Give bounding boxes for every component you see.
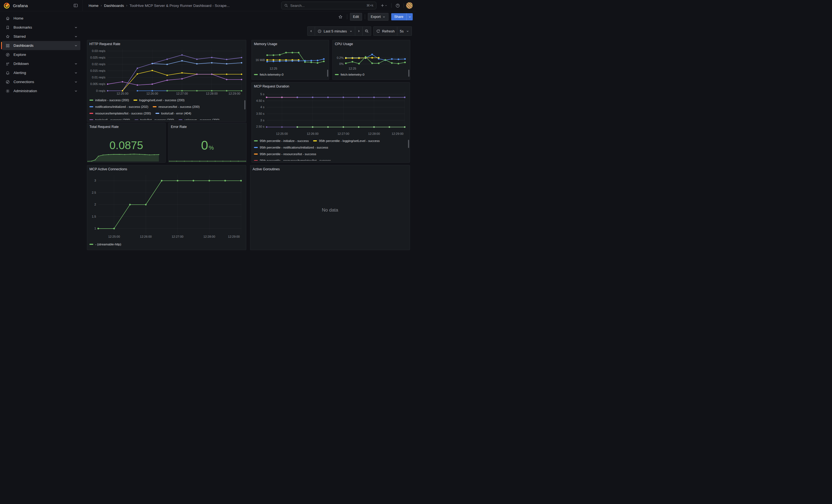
cpu-usage-legend: fetch-telemetry-0 [335, 71, 408, 78]
svg-text:3.50 s: 3.50 s [256, 112, 264, 115]
legend-item[interactable]: initialize - success (200) [89, 99, 129, 102]
legend-row: notifications/initialized - success (202… [89, 103, 244, 110]
legend-scrollbar[interactable] [327, 70, 328, 77]
refresh-button[interactable]: Refresh [374, 27, 397, 35]
memory-usage-chart[interactable]: 16 MiB12:25 [254, 47, 327, 71]
legend-label: unknown - success (200) [184, 118, 219, 120]
help-icon[interactable] [394, 2, 401, 9]
breadcrumb-separator: › [101, 4, 102, 7]
mcp-active-connections-legend: - (streamable-http) [89, 240, 244, 248]
chevron-down-icon[interactable] [74, 62, 78, 65]
sidebar-item-dashboards[interactable]: Dashboards [2, 41, 80, 50]
legend-scrollbar[interactable] [244, 100, 245, 109]
panel-title[interactable]: Total Request Rate [89, 124, 163, 130]
legend-row: 95th percentile - resources/list - succe… [254, 151, 408, 157]
chevron-down-icon[interactable] [74, 35, 78, 38]
legend-item[interactable]: tools/call - success (200) [89, 118, 130, 120]
panel-title[interactable]: MCP Request Duration [254, 84, 408, 89]
sidebar-item-starred[interactable]: Starred [2, 32, 80, 41]
legend-item[interactable]: 95th percentile - initialize - success [254, 139, 309, 142]
sidebar-item-administration[interactable]: Administration [2, 86, 80, 96]
svg-text:0.015 req/s: 0.015 req/s [90, 69, 106, 72]
legend-scrollbar[interactable] [408, 70, 409, 77]
breadcrumb-item-0[interactable]: Home [88, 4, 99, 8]
legend-row: tools/call - success (200)tools/list - s… [89, 117, 244, 120]
panel-mcp-active-connections: MCP Active Connections 11.522.5312:25:00… [87, 165, 246, 250]
panel-title[interactable]: MCP Active Connections [89, 167, 244, 172]
sidebar-item-alerting[interactable]: Alerting [2, 68, 80, 77]
time-range-label: Last 5 minutes [323, 29, 347, 33]
share-button[interactable]: Share [391, 13, 406, 20]
refresh-label: Refresh [382, 29, 395, 33]
gear-icon [5, 89, 10, 93]
brand-title: Grafana [13, 3, 28, 8]
svg-text:0.02 req/s: 0.02 req/s [92, 62, 105, 66]
time-range-picker[interactable]: Last 5 minutes [315, 27, 355, 35]
user-avatar[interactable] [406, 2, 413, 9]
search-input[interactable]: Search... ⌘+k [281, 2, 376, 9]
chevron-down-icon[interactable] [74, 89, 78, 93]
grafana-logo[interactable] [3, 2, 10, 9]
time-shift-forward-button[interactable] [355, 27, 362, 35]
legend-item[interactable]: fetch-telemetry-0 [254, 73, 283, 76]
legend-scrollbar[interactable] [408, 140, 409, 148]
legend-item[interactable]: logging/setLevel - success (200) [133, 99, 185, 102]
panel-title[interactable]: Active Goroutines [253, 167, 408, 172]
panel-title[interactable]: CPU Usage [335, 42, 408, 47]
legend-item[interactable]: notifications/initialized - success (202… [89, 105, 148, 108]
sidebar-item-drilldown[interactable]: Drilldown [2, 59, 80, 68]
legend-item[interactable]: tools/list - success (200) [134, 118, 174, 120]
dock-sidebar-icon[interactable] [72, 2, 79, 9]
breadcrumb: Home›Dashboards›ToolHive MCP Server & Pr… [88, 4, 230, 8]
legend-row: resources/templates/list - success (200)… [89, 110, 244, 117]
chevron-down-icon[interactable] [74, 26, 78, 29]
panel-title[interactable]: Error Rate [171, 124, 244, 130]
panel-title[interactable]: Memory Usage [254, 42, 327, 47]
sidebar-item-home[interactable]: Home [2, 14, 80, 23]
chevron-down-icon[interactable] [74, 71, 78, 75]
favorite-star-icon[interactable] [337, 13, 344, 20]
svg-text:2: 2 [94, 203, 96, 206]
legend-item[interactable]: fetch-telemetry-0 [335, 73, 364, 76]
chevron-down-icon[interactable] [74, 80, 78, 84]
svg-text:1.5: 1.5 [92, 215, 96, 218]
legend-label: 95th percentile - resources/templates/li… [260, 159, 331, 161]
panel-title[interactable]: HTTP Request Rate [89, 42, 244, 47]
sidebar-item-connections[interactable]: Connections [2, 77, 80, 86]
panel-total-request-rate: Total Request Rate 0.0875 [87, 123, 166, 163]
legend-item[interactable]: 95th percentile - resources/templates/li… [254, 159, 331, 161]
sidebar-item-explore[interactable]: Explore [2, 50, 80, 59]
mcp-active-connections-chart[interactable]: 11.522.5312:25:0012:26:0012:27:0012:28:0… [89, 172, 244, 240]
edit-button[interactable]: Edit [350, 13, 362, 21]
legend-item[interactable]: resources/list - success (200) [153, 105, 200, 108]
legend-item[interactable]: - (streamable-http) [89, 243, 121, 246]
share-dropdown-button[interactable] [407, 13, 413, 20]
legend-item[interactable]: tools/call - error (404) [155, 112, 191, 115]
breadcrumb-item-1[interactable]: Dashboards [104, 4, 124, 8]
time-shift-back-button[interactable] [308, 27, 315, 35]
legend-label: 95th percentile - resources/list - succe… [260, 152, 316, 156]
mcp-request-duration-chart[interactable]: 2.50 s3 s3.50 s4 s4.50 s5 s12:25:0012:26… [254, 89, 408, 137]
refresh-interval-picker[interactable]: 5s [397, 27, 412, 35]
legend-item[interactable]: resources/templates/list - success (200) [89, 112, 151, 115]
cpu-usage-chart[interactable]: 0.2%0%12:25 [335, 47, 408, 71]
divider [365, 14, 365, 19]
legend-item[interactable]: 95th percentile - notifications/initiali… [254, 146, 328, 149]
zoom-out-button[interactable] [362, 27, 371, 35]
legend-label: tools/call - success (200) [95, 118, 130, 120]
sidebar-item-bookmarks[interactable]: Bookmarks [2, 23, 80, 32]
legend-item[interactable]: 95th percentile - resources/list - succe… [254, 152, 316, 156]
panel-cpu-usage: CPU Usage 0.2%0%12:25 fetch-telemetry-0 [332, 40, 410, 80]
legend-item[interactable]: 95th percentile - logging/setLevel - suc… [313, 139, 380, 142]
http-legend: initialize - success (200)logging/setLev… [89, 96, 244, 120]
legend-swatch [153, 106, 157, 107]
legend-item[interactable]: unknown - success (200) [179, 118, 219, 120]
export-button[interactable]: Export [368, 13, 389, 21]
legend-row: 95th percentile - resources/templates/li… [254, 157, 408, 161]
chevron-down-icon[interactable] [74, 44, 78, 47]
svg-text:12:29:00: 12:29:00 [229, 92, 240, 95]
http-request-rate-chart[interactable]: 0 req/s0.005 req/s0.01 req/s0.015 req/s0… [89, 47, 244, 96]
legend-swatch [254, 74, 258, 75]
add-new-button[interactable] [379, 2, 389, 9]
svg-text:12:27:00: 12:27:00 [172, 235, 183, 238]
